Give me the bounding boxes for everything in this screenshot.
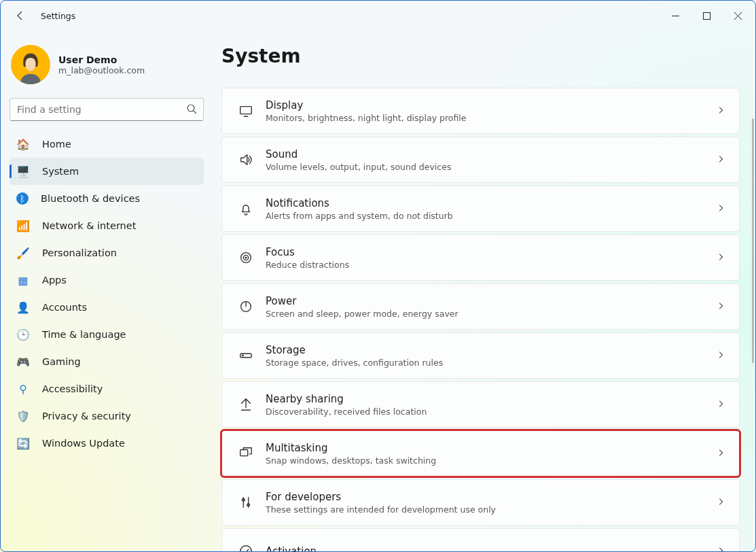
nav-item-label: Personalization (42, 247, 117, 258)
card-display[interactable]: DisplayMonitors, brightness, night light… (221, 88, 740, 134)
close-icon (734, 12, 742, 20)
nav-item-label: Privacy & security (42, 411, 131, 421)
svg-rect-0 (703, 12, 710, 19)
nav-item-label: Home (42, 139, 71, 150)
nav-item-label: System (42, 166, 79, 177)
window-controls (660, 5, 753, 27)
minimize-button[interactable] (660, 5, 691, 27)
svg-point-1 (187, 105, 194, 111)
card-subtitle: These settings are intended for developm… (266, 504, 716, 515)
chevron-right-icon (716, 300, 725, 313)
nav-item-label: Accessibility (42, 383, 103, 394)
sound-icon (232, 152, 260, 167)
card-nearby[interactable]: Nearby sharingDiscoverability, received … (221, 381, 740, 428)
card-title: Nearby sharing (266, 393, 716, 405)
nearby-icon (232, 397, 260, 412)
minimize-icon (672, 12, 679, 20)
svg-point-8 (242, 355, 243, 356)
network-icon: 📶 (16, 219, 30, 232)
search-field[interactable] (10, 98, 204, 121)
chevron-right-icon (716, 349, 725, 362)
chevron-right-icon (716, 154, 725, 167)
card-subtitle: Storage space, drives, configuration rul… (266, 358, 716, 368)
home-icon: 🏠 (16, 137, 30, 151)
chevron-right-icon (716, 203, 725, 215)
scrollbar-thumb[interactable] (752, 118, 755, 363)
avatar (11, 45, 50, 84)
card-focus[interactable]: FocusReduce distractions (221, 235, 740, 281)
chevron-right-icon (716, 105, 725, 118)
nav-item-accounts[interactable]: 👤Accounts (10, 294, 204, 321)
privacy-icon: 🛡️ (16, 409, 30, 423)
card-subtitle: Alerts from apps and system, do not dist… (266, 211, 716, 221)
nav-item-apps[interactable]: ▦Apps (10, 266, 204, 294)
svg-rect-9 (240, 450, 248, 456)
bluetooth-icon: ᛒ (16, 192, 29, 205)
card-title: Sound (266, 148, 716, 160)
nav-item-gaming[interactable]: 🎮Gaming (10, 348, 204, 375)
settings-card-list: DisplayMonitors, brightness, night light… (221, 88, 740, 552)
card-title: Focus (266, 246, 716, 258)
notifications-icon (232, 201, 260, 216)
svg-rect-2 (240, 107, 252, 114)
nav-item-label: Apps (42, 275, 67, 286)
maximize-icon (703, 12, 710, 20)
nav-item-home[interactable]: 🏠Home (10, 131, 204, 158)
accounts-icon: 👤 (16, 300, 30, 314)
nav-item-label: Gaming (42, 356, 81, 367)
nav-item-personalization[interactable]: 🖌️Personalization (10, 239, 204, 266)
card-notifications[interactable]: NotificationsAlerts from apps and system… (221, 186, 740, 232)
nav-item-system[interactable]: 🖥️System (10, 158, 204, 185)
nav-item-update[interactable]: 🔄Windows Update (10, 430, 204, 457)
titlebar: Settings (0, 0, 756, 31)
display-icon (232, 103, 260, 118)
card-activation[interactable]: Activation (221, 528, 740, 552)
main-content: System DisplayMonitors, brightness, nigh… (213, 31, 756, 552)
developers-icon (232, 495, 260, 510)
avatar-illustration-icon (13, 49, 48, 84)
svg-point-5 (245, 257, 247, 258)
nav-list: 🏠Home🖥️SystemᛒBluetooth & devices📶Networ… (10, 131, 204, 457)
back-button[interactable] (10, 5, 31, 27)
left-pane: User Demo m_lab@outlook.com 🏠Home🖥️Syste… (0, 31, 213, 552)
nav-item-network[interactable]: 📶Network & internet (10, 212, 204, 239)
activation-icon (232, 544, 260, 552)
user-email: m_lab@outlook.com (58, 65, 145, 75)
nav-item-label: Windows Update (42, 438, 125, 449)
card-title: Activation (266, 545, 716, 552)
maximize-button[interactable] (691, 5, 722, 27)
profile-block[interactable]: User Demo m_lab@outlook.com (10, 39, 204, 95)
card-storage[interactable]: StorageStorage space, drives, configurat… (221, 332, 740, 379)
nav-item-label: Accounts (42, 302, 87, 313)
card-title: Notifications (266, 197, 716, 209)
card-title: Display (266, 99, 716, 111)
chevron-right-icon (716, 447, 725, 460)
nav-item-time[interactable]: 🕒Time & language (10, 321, 204, 348)
card-subtitle: Volume levels, output, input, sound devi… (266, 162, 716, 172)
app-title: Settings (41, 11, 75, 21)
time-icon: 🕒 (16, 328, 30, 341)
nav-item-label: Network & internet (42, 220, 136, 231)
card-subtitle: Snap windows, desktops, task switching (266, 455, 716, 466)
card-power[interactable]: PowerScreen and sleep, power mode, energ… (221, 283, 740, 330)
chevron-right-icon (716, 398, 725, 411)
nav-item-label: Bluetooth & devices (41, 193, 140, 204)
search-icon (186, 103, 197, 117)
multitasking-icon (232, 446, 260, 461)
card-multitasking[interactable]: MultitaskingSnap windows, desktops, task… (221, 430, 740, 477)
card-sound[interactable]: SoundVolume levels, output, input, sound… (221, 137, 740, 183)
search-input[interactable] (10, 98, 204, 121)
close-button[interactable] (722, 5, 753, 27)
personalization-icon: 🖌️ (16, 246, 30, 260)
accessibility-icon: ⚲ (16, 382, 30, 396)
card-subtitle: Discoverability, received files location (266, 407, 716, 417)
power-icon (232, 299, 260, 314)
card-subtitle: Reduce distractions (266, 260, 716, 270)
gaming-icon: 🎮 (16, 355, 30, 368)
nav-item-privacy[interactable]: 🛡️Privacy & security (10, 402, 204, 430)
system-icon: 🖥️ (16, 165, 30, 178)
nav-item-bluetooth[interactable]: ᛒBluetooth & devices (10, 185, 204, 212)
card-developers[interactable]: For developersThese settings are intende… (221, 479, 740, 525)
nav-item-accessibility[interactable]: ⚲Accessibility (10, 375, 204, 402)
storage-icon (232, 348, 260, 363)
